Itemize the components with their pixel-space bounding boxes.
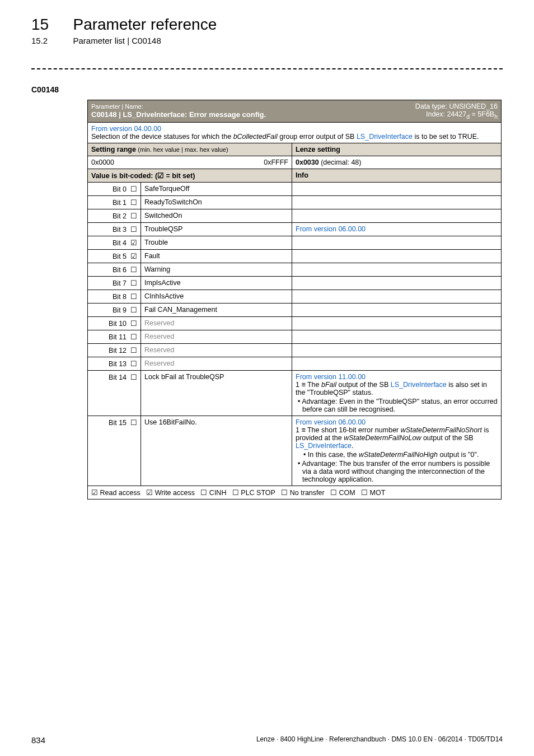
ls-driveinterface-link[interactable]: LS_DriveInterface — [296, 442, 352, 450]
from-version-link[interactable]: From version 06.00.00 — [296, 225, 366, 233]
table-row: Bit 14 ☐ Lock bFail at TroubleQSP From v… — [88, 370, 502, 416]
notransfer-access: ☐ No transfer — [281, 489, 324, 497]
table-row: Bit 11 ☐ Reserved — [88, 330, 502, 343]
bit14-bullet: • Advantage: Even in the "TroubleQSP" st… — [296, 398, 498, 413]
chapter-number: 15 — [31, 16, 71, 34]
bitcoded-label: Value is bit-coded: (☑ = bit set) — [88, 169, 292, 182]
table-row: Bit 3 ☐ TroubleQSP From version 06.00.00 — [88, 222, 502, 236]
table-row: Bit 6 ☐ Warning — [88, 263, 502, 276]
table-row: Bit 12 ☐ Reserved — [88, 343, 502, 357]
ls-driveinterface-link[interactable]: LS_DriveInterface — [391, 381, 447, 389]
page-number: 834 — [31, 735, 45, 745]
section-number: 15.2 — [31, 36, 71, 45]
section-title: Parameter list | C00148 — [73, 36, 161, 45]
max-hex-value: 0xFFFF — [259, 156, 292, 169]
bit15-bullet2: • Advantage: The bus transfer of the err… — [296, 460, 498, 483]
parameter-table: Parameter | Name: C00148 | LS_DriveInter… — [87, 100, 502, 500]
table-row: Bit 9 ☐ Fail CAN_Management — [88, 303, 502, 316]
table-row: Bit 2 ☐ SwitchedOn — [88, 209, 502, 222]
param-name-label: Parameter | Name: — [91, 103, 143, 110]
param-description: Selection of the device statuses for whi… — [91, 133, 479, 141]
read-access: ☑ Read access — [91, 489, 140, 497]
default-value: 0x0030 (decimal: 48) — [292, 156, 502, 169]
setting-range-label: Setting range — [91, 146, 138, 153]
table-row: Bit 8 ☐ CInhIsActive — [88, 290, 502, 303]
table-row: Bit 0 ☐ SafeTorqueOff — [88, 182, 502, 195]
mot-access: ☐ MOT — [361, 489, 385, 497]
table-row: Bit 15 ☐ Use 16BitFailNo. From version 0… — [88, 416, 502, 486]
param-name-value: C00148 | LS_DriveInterface: Error messag… — [91, 110, 266, 119]
divider-dashed — [31, 68, 503, 69]
table-row: Bit 1 ☐ ReadyToSwitchOn — [88, 195, 502, 209]
from-version-link[interactable]: From version 04.00.00 — [91, 125, 161, 133]
param-index: Index: 24427d = 5F6Bh — [426, 110, 498, 118]
chapter-title: Parameter reference — [73, 16, 217, 34]
ls-driveinterface-link[interactable]: LS_DriveInterface — [357, 133, 413, 141]
access-row: ☑ Read access ☑ Write access ☐ CINH ☐ PL… — [88, 486, 502, 499]
bit15-info-line: 1 ≡ The short 16-bit error number wState… — [296, 426, 489, 450]
table-row: Bit 4 ☑ Trouble — [88, 236, 502, 249]
cinh-access: ☐ CINH — [200, 489, 226, 497]
table-row: Bit 5 ☑ Fault — [88, 249, 502, 263]
plcstop-access: ☐ PLC STOP — [232, 489, 275, 497]
com-access: ☐ COM — [330, 489, 355, 497]
info-label: Info — [292, 169, 502, 182]
footer-info: Lenze · 8400 HighLine · Referenzhandbuch… — [256, 735, 503, 745]
from-version-link[interactable]: From version 11.00.00 — [296, 373, 366, 381]
write-access: ☑ Write access — [146, 489, 195, 497]
setting-range-sub: (min. hex value | max. hex value) — [138, 146, 228, 153]
table-row: Bit 7 ☐ ImpIsActive — [88, 276, 502, 290]
bit15-sub-bullet: • In this case, the wStateDetermFailNoHi… — [296, 451, 498, 459]
table-row: Bit 10 ☐ Reserved — [88, 316, 502, 330]
min-hex-value: 0x0000 — [88, 156, 259, 169]
bit14-info-line: 1 ≡ The bFail output of the SB LS_DriveI… — [296, 381, 487, 396]
param-datatype: Data type: UNSIGNED_16 — [415, 102, 498, 110]
lenze-setting-label: Lenze setting — [292, 143, 502, 156]
table-row: Bit 13 ☐ Reserved — [88, 357, 502, 370]
parameter-code-heading: C00148 — [31, 85, 503, 94]
from-version-link[interactable]: From version 06.00.00 — [296, 418, 366, 426]
